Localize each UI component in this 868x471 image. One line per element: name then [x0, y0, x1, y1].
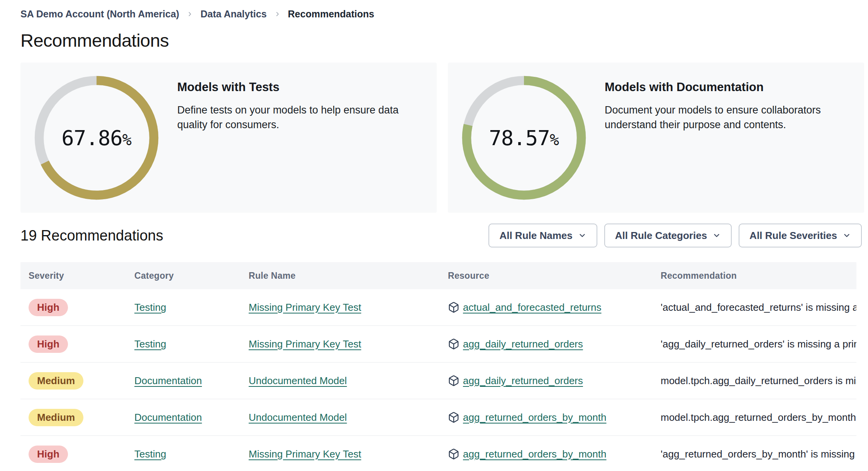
tests-percent-value: 67.86% [61, 126, 132, 150]
table-row: High Testing Missing Primary Key Test ag… [20, 326, 856, 363]
resource-link[interactable]: actual_and_forecasted_returns [463, 302, 601, 313]
filter-rule-names-dropdown[interactable]: All Rule Names [488, 224, 597, 247]
chevron-down-icon [578, 231, 587, 240]
table-row: Medium Documentation Undocumented Model … [20, 399, 856, 436]
resource-link[interactable]: agg_daily_returned_orders [463, 375, 583, 387]
severity-badge: High [29, 446, 68, 463]
recommendations-table: Severity Category Rule Name Resource Rec… [20, 262, 856, 471]
card-description: Define tests on your models to help ensu… [177, 103, 424, 132]
rule-name-link[interactable]: Undocumented Model [249, 412, 347, 423]
recommendation-text: 'agg_daily_returned_orders' is missing a… [653, 338, 856, 350]
table-row: High Testing Missing Primary Key Test ac… [20, 289, 856, 326]
table-row: Medium Documentation Undocumented Model … [20, 363, 856, 399]
breadcrumb-current: Recommendations [288, 8, 375, 20]
column-header-severity: Severity [20, 271, 126, 281]
recommendation-text: 'actual_and_forecasted_returns' is missi… [653, 302, 856, 313]
category-link[interactable]: Documentation [134, 375, 202, 386]
table-header-row: Severity Category Rule Name Resource Rec… [20, 262, 856, 289]
chevron-right-icon [187, 11, 193, 17]
filter-bar: All Rule Names All Rule Categories All R… [488, 224, 862, 247]
resource-link[interactable]: agg_returned_orders_by_month [463, 448, 606, 460]
documentation-percent-value: 78.57% [489, 126, 559, 150]
table-row: High Testing Missing Primary Key Test ag… [20, 436, 856, 471]
card-models-with-tests: 67.86% Models with Tests Define tests on… [20, 63, 437, 213]
model-cube-icon [448, 375, 459, 386]
rule-name-link[interactable]: Missing Primary Key Test [249, 302, 361, 313]
severity-badge: High [29, 335, 68, 353]
rule-name-link[interactable]: Missing Primary Key Test [249, 448, 361, 460]
card-description: Document your models to ensure collabora… [605, 103, 852, 132]
model-cube-icon [448, 412, 459, 423]
resource-link[interactable]: agg_returned_orders_by_month [463, 412, 606, 424]
chevron-down-icon [843, 231, 851, 240]
filter-rule-severities-dropdown[interactable]: All Rule Severities [739, 224, 862, 247]
model-cube-icon [448, 302, 459, 313]
column-header-rule-name: Rule Name [241, 271, 440, 281]
rule-name-link[interactable]: Missing Primary Key Test [249, 338, 361, 350]
recommendations-page: SA Demo Account (North America) Data Ana… [0, 0, 868, 471]
breadcrumb-account[interactable]: SA Demo Account (North America) [20, 8, 179, 20]
column-header-category: Category [126, 271, 241, 281]
chevron-right-icon [275, 11, 280, 17]
documentation-donut-chart: 78.57% [460, 74, 588, 202]
breadcrumb-project[interactable]: Data Analytics [200, 8, 266, 20]
model-cube-icon [448, 338, 459, 350]
summary-cards: 67.86% Models with Tests Define tests on… [20, 63, 864, 213]
column-header-resource: Resource [440, 271, 653, 281]
chevron-down-icon [712, 231, 721, 240]
filter-rule-categories-dropdown[interactable]: All Rule Categories [604, 224, 732, 247]
card-title: Models with Tests [177, 80, 424, 94]
tests-donut-chart: 67.86% [33, 74, 160, 202]
recommendation-text: model.tpch.agg_daily_returned_orders is … [653, 375, 856, 387]
card-models-with-documentation: 78.57% Models with Documentation Documen… [448, 63, 864, 213]
severity-badge: Medium [29, 409, 83, 426]
column-header-recommendation: Recommendation [653, 271, 856, 281]
category-link[interactable]: Documentation [134, 412, 202, 423]
rule-name-link[interactable]: Undocumented Model [249, 375, 347, 386]
severity-badge: High [29, 299, 68, 316]
breadcrumb: SA Demo Account (North America) Data Ana… [20, 8, 864, 20]
recommendations-count-title: 19 Recommendations [20, 227, 163, 244]
recommendation-text: 'agg_returned_orders_by_month' is missin… [653, 448, 856, 460]
model-cube-icon [448, 448, 459, 460]
recommendation-text: model.tpch.agg_returned_orders_by_month … [653, 412, 856, 424]
list-header: 19 Recommendations All Rule Names All Ru… [20, 224, 864, 247]
resource-link[interactable]: agg_daily_returned_orders [463, 338, 583, 350]
category-link[interactable]: Testing [134, 302, 166, 313]
category-link[interactable]: Testing [134, 338, 166, 350]
card-title: Models with Documentation [605, 80, 852, 94]
page-title: Recommendations [20, 30, 864, 51]
severity-badge: Medium [29, 372, 83, 390]
category-link[interactable]: Testing [134, 448, 166, 460]
